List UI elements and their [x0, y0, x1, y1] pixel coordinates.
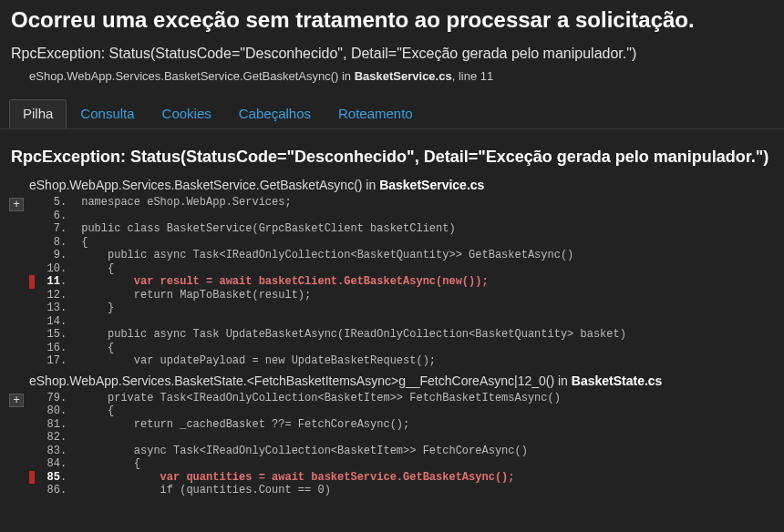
- line-number: 17.: [35, 354, 74, 368]
- tab-query[interactable]: Consulta: [67, 99, 148, 128]
- source-line: 11. var result = await basketClient.GetB…: [29, 275, 626, 289]
- line-number: 82.: [35, 431, 74, 445]
- source-line: 13. }: [29, 302, 626, 315]
- stack-frame-header[interactable]: eShop.WebApp.Services.BasketState.<Fetch…: [0, 368, 784, 392]
- line-number: 14.: [35, 315, 74, 329]
- line-code: {: [74, 342, 626, 355]
- line-number: 80.: [35, 404, 74, 418]
- tab-headers[interactable]: Cabeçalhos: [225, 99, 325, 128]
- line-code: var quantities = await basketService.Get…: [74, 471, 561, 485]
- frame-location-prefix: eShop.WebApp.Services.BasketService.GetB…: [29, 178, 379, 192]
- line-number: 6.: [35, 210, 74, 223]
- stack-frame-block: +5.namespace eShop.WebApp.Services;6.7.p…: [0, 196, 784, 368]
- line-code: {: [74, 262, 626, 276]
- line-code: var updatePayload = new UpdateBasketRequ…: [74, 354, 626, 368]
- line-code: var result = await basketClient.GetBaske…: [74, 275, 626, 289]
- location-prefix: eShop.WebApp.Services.BasketService.GetB…: [29, 69, 355, 83]
- expand-frame-button[interactable]: +: [9, 198, 24, 211]
- line-code: [74, 315, 626, 329]
- source-line: 6.: [29, 210, 626, 223]
- line-code: public async Task UpdateBasketAsync(IRea…: [74, 328, 626, 342]
- source-line: 14.: [29, 315, 626, 329]
- line-number: 13.: [35, 302, 74, 315]
- line-code: {: [74, 457, 561, 471]
- source-line: 12. return MapToBasket(result);: [29, 289, 626, 302]
- line-code: [74, 431, 561, 445]
- line-code: {: [74, 404, 561, 418]
- line-number: 15.: [35, 328, 74, 342]
- source-code-table: 79. private Task<IReadOnlyCollection<Bas…: [29, 392, 561, 497]
- line-code: async Task<IReadOnlyCollection<BasketIte…: [74, 445, 561, 458]
- source-line: 80. {: [29, 404, 561, 418]
- line-number: 81.: [35, 418, 74, 432]
- source-line: 5.namespace eShop.WebApp.Services;: [29, 196, 626, 210]
- source-line: 7.public class BasketService(GrpcBasketC…: [29, 222, 626, 236]
- line-code: }: [74, 302, 626, 315]
- line-code: if (quantities.Count == 0): [74, 484, 561, 497]
- line-number: 84.: [35, 457, 74, 471]
- source-line: 15. public async Task UpdateBasketAsync(…: [29, 328, 626, 342]
- tab-cookies[interactable]: Cookies: [149, 99, 225, 128]
- source-line: 82.: [29, 431, 561, 445]
- exception-location: eShop.WebApp.Services.BasketService.GetB…: [0, 67, 784, 99]
- line-number: 85.: [35, 471, 74, 485]
- line-code: namespace eShop.WebApp.Services;: [74, 196, 626, 210]
- source-line: 81. return _cachedBasket ??= FetchCoreAs…: [29, 418, 561, 432]
- tab-stack[interactable]: Pilha: [9, 99, 67, 128]
- line-code: private Task<IReadOnlyCollection<BasketI…: [74, 392, 561, 405]
- stack-frame-header[interactable]: eShop.WebApp.Services.BasketService.GetB…: [0, 172, 784, 196]
- line-number: 12.: [35, 289, 74, 302]
- line-number: 86.: [35, 484, 74, 497]
- line-number: 9.: [35, 249, 74, 262]
- frame-location-prefix: eShop.WebApp.Services.BasketState.<Fetch…: [29, 373, 572, 388]
- line-number: 8.: [35, 236, 74, 250]
- line-code: public class BasketService(GrpcBasketCli…: [74, 222, 626, 236]
- line-code: public async Task<IReadOnlyCollection<Ba…: [74, 249, 626, 262]
- source-line: 79. private Task<IReadOnlyCollection<Bas…: [29, 392, 561, 405]
- source-code-table: 5.namespace eShop.WebApp.Services;6.7.pu…: [29, 196, 626, 368]
- line-number: 10.: [35, 262, 74, 276]
- line-code: [74, 210, 626, 223]
- source-line: 84. {: [29, 457, 561, 471]
- line-code: return MapToBasket(result);: [74, 289, 626, 302]
- frame-location-file: BasketState.cs: [572, 373, 663, 388]
- line-number: 11.: [35, 275, 74, 289]
- location-suffix: , line 11: [452, 69, 494, 83]
- source-line: 16. {: [29, 342, 626, 355]
- line-number: 83.: [35, 445, 74, 458]
- page-title: Ocorreu uma exceção sem tratamento ao pr…: [0, 0, 784, 42]
- source-line: 85. var quantities = await basketService…: [29, 471, 561, 485]
- source-line: 17. var updatePayload = new UpdateBasket…: [29, 354, 626, 368]
- location-file: BasketService.cs: [355, 69, 452, 83]
- line-number: 79.: [35, 392, 74, 405]
- source-line: 8.{: [29, 236, 626, 250]
- frame-location-file: BasketService.cs: [379, 178, 484, 192]
- exception-subheading: RpcException: Status(StatusCode="Desconh…: [0, 42, 784, 67]
- tab-routing[interactable]: Roteamento: [325, 99, 427, 128]
- tabs-bar: Pilha Consulta Cookies Cabeçalhos Roteam…: [0, 99, 784, 129]
- line-number: 16.: [35, 342, 74, 355]
- source-line: 86. if (quantities.Count == 0): [29, 484, 561, 497]
- stack-section-heading: RpcException: Status(StatusCode="Desconh…: [0, 129, 784, 172]
- line-code: {: [74, 236, 626, 250]
- source-line: 83. async Task<IReadOnlyCollection<Baske…: [29, 445, 561, 458]
- stack-frame-block: +79. private Task<IReadOnlyCollection<Ba…: [0, 392, 784, 497]
- source-line: 9. public async Task<IReadOnlyCollection…: [29, 249, 626, 262]
- line-code: return _cachedBasket ??= FetchCoreAsync(…: [74, 418, 561, 432]
- expand-frame-button[interactable]: +: [9, 394, 24, 407]
- source-line: 10. {: [29, 262, 626, 276]
- line-number: 7.: [35, 222, 74, 236]
- line-number: 5.: [35, 196, 74, 210]
